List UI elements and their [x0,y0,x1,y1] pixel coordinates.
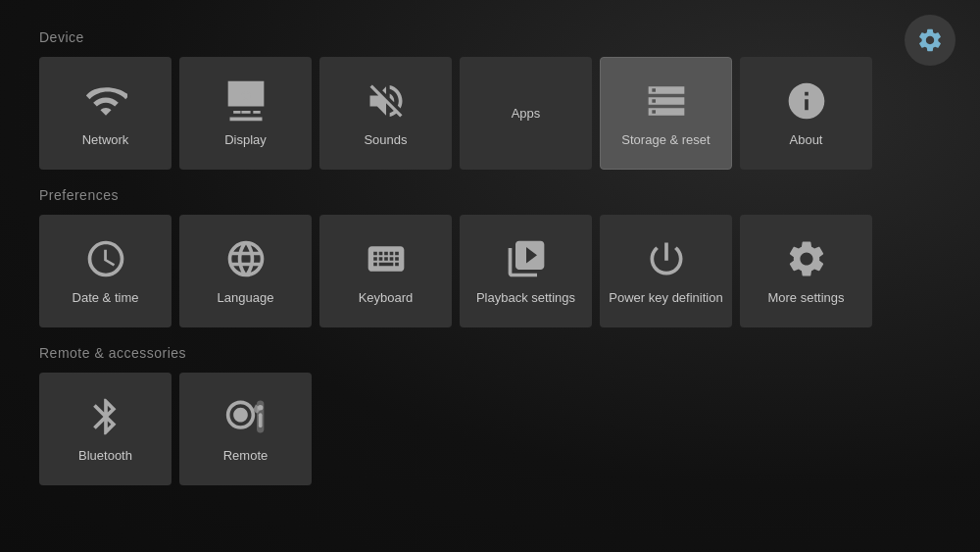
bluetooth-icon [84,395,127,438]
preferences-tiles-row: Date & time Language Keyboard Playback s… [39,215,941,327]
bluetooth-label: Bluetooth [74,448,137,463]
powerkey-label: Power key definition [604,290,727,305]
wifi-icon [84,79,127,123]
svg-point-1 [257,405,263,411]
power-icon [645,237,688,280]
keyboard-icon [365,237,408,280]
display-icon [224,79,268,123]
remote-section-label: Remote & accessories [39,345,941,361]
playback-icon [505,237,548,280]
network-label: Network [77,132,134,147]
tile-about[interactable]: About [740,57,872,170]
playback-label: Playback settings [471,290,580,305]
info-icon [785,79,828,123]
remote-tiles-row: Bluetooth Remote [39,373,941,485]
more-settings-icon [785,237,828,280]
sounds-icon [365,79,408,123]
tile-more-settings[interactable]: More settings [740,215,872,327]
preferences-section-label: Preferences [39,187,941,203]
tile-display[interactable]: Display [179,57,312,170]
language-label: Language [213,290,279,305]
main-content: Device Network Display Sounds [0,0,980,511]
storage-label: Storage & reset [616,132,714,147]
settings-gear-container [905,15,956,66]
remote-label: Remote [219,448,273,463]
tile-keyboard[interactable]: Keyboard [319,215,452,327]
tile-apps[interactable]: Apps [460,57,592,170]
sounds-label: Sounds [359,132,412,147]
remote-icon [224,395,268,438]
globe-icon [224,237,268,280]
keyboard-label: Keyboard [354,290,418,305]
datetime-label: Date & time [68,290,144,305]
storage-icon [645,79,688,123]
about-label: About [785,132,828,147]
tile-sounds[interactable]: Sounds [319,57,452,170]
tile-playback[interactable]: Playback settings [460,215,592,327]
tile-datetime[interactable]: Date & time [39,215,172,327]
settings-gear-button[interactable] [905,15,956,66]
more-settings-label: More settings [762,290,849,305]
tile-storage[interactable]: Storage & reset [600,57,732,170]
device-section-label: Device [39,29,941,45]
tile-language[interactable]: Language [179,215,312,327]
tile-bluetooth[interactable]: Bluetooth [39,373,172,485]
tile-network[interactable]: Network [39,57,172,170]
clock-icon [84,237,127,280]
tile-powerkey[interactable]: Power key definition [600,215,732,327]
display-label: Display [220,132,271,147]
svg-rect-2 [258,413,262,427]
apps-label: Apps [507,106,546,121]
device-tiles-row: Network Display Sounds Apps [39,57,941,170]
tile-remote[interactable]: Remote [179,373,312,485]
